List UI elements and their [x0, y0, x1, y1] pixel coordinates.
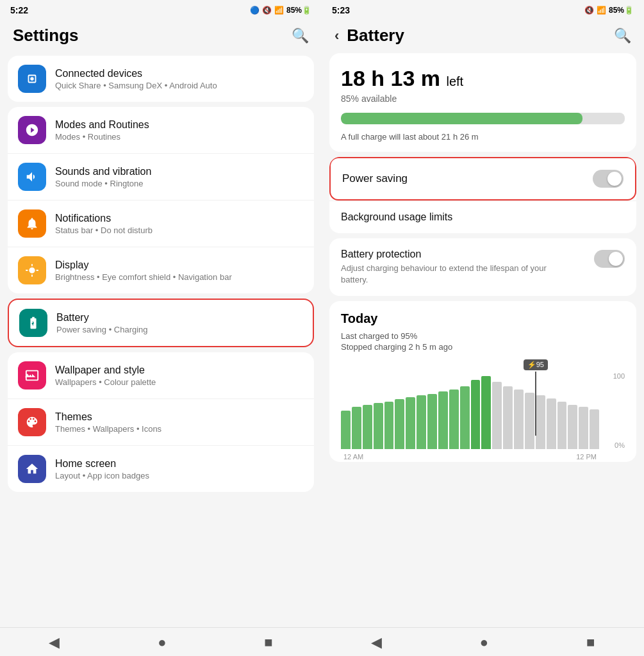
recents-nav-btn[interactable]: ■	[251, 632, 285, 653]
bar-gray-8	[568, 405, 577, 450]
connected-devices-subtitle: Quick Share • Samsung DeX • Android Auto	[55, 81, 304, 90]
bg-usage-row[interactable]: Background usage limits	[329, 201, 636, 233]
back-nav-btn[interactable]: ◀	[36, 632, 72, 653]
bluetooth-icon: 🔵	[250, 6, 260, 15]
settings-header: Settings 🔍	[0, 18, 322, 53]
right-status-icons: 🔇 📶 85%🔋	[584, 6, 634, 15]
right-status-bar: 5:23 🔇 📶 85%🔋	[322, 0, 644, 18]
sounds-title: Sounds and vibration	[55, 166, 304, 177]
home-screen-icon	[18, 455, 46, 483]
connected-devices-icon	[18, 65, 46, 93]
bg-usage-label: Background usage limits	[341, 211, 452, 222]
battery-time-unit: left	[446, 74, 463, 88]
left-status-bar: 5:22 🔵 🔇 📶 85%🔋	[0, 0, 322, 18]
battery-search-icon[interactable]: 🔍	[614, 28, 631, 44]
battery-protection-sub: Adjust charging behaviour to extend the …	[341, 263, 559, 286]
notifications-title: Notifications	[55, 213, 304, 224]
home-nav-btn[interactable]: ●	[145, 632, 179, 653]
display-subtitle: Brightness • Eye comfort shield • Naviga…	[55, 272, 304, 282]
settings-item-connected-devices[interactable]: Connected devices Quick Share • Samsung …	[8, 56, 314, 102]
left-nav-icons: ◀ ● ■	[0, 632, 322, 653]
settings-item-battery[interactable]: Battery Power saving • Charging	[9, 300, 313, 346]
left-status-icons: 🔵 🔇 📶 85%🔋	[250, 6, 311, 15]
settings-group-2: Modes and Routines Modes • Routines Soun…	[8, 107, 314, 293]
themes-icon	[18, 408, 46, 436]
settings-item-themes[interactable]: Themes Themes • Wallpapers • Icons	[8, 399, 314, 446]
battery-protection-title: Battery protection	[341, 249, 559, 260]
battery-protection-card: Battery protection Adjust charging behav…	[329, 238, 636, 296]
battery-time-value: 18 h 13 m	[341, 66, 440, 90]
notifications-text: Notifications Status bar • Do not distur…	[55, 213, 304, 235]
settings-item-modes-routines[interactable]: Modes and Routines Modes • Routines	[8, 107, 314, 154]
battery-text: Battery Power saving • Charging	[56, 312, 302, 334]
battery-content: 18 h 13 m left 85% available A full char…	[322, 53, 644, 627]
sounds-subtitle: Sound mode • Ringtone	[55, 179, 304, 188]
today-sub1: Last charged to 95%	[341, 331, 625, 341]
battery-chart: 100 0% 12 AM 12 PM ⚡95	[341, 359, 625, 462]
battery-item-subtitle: Power saving • Charging	[56, 325, 302, 334]
settings-group-battery: Battery Power saving • Charging	[8, 299, 314, 347]
chart-x-labels: 12 AM 12 PM	[341, 453, 599, 461]
right-mute-icon: 🔇	[584, 6, 594, 15]
settings-group-4: Wallpaper and style Wallpapers • Colour …	[8, 352, 314, 492]
bar-7	[406, 397, 415, 450]
home-screen-subtitle: Layout • App icon badges	[55, 471, 304, 480]
settings-item-notifications[interactable]: Notifications Status bar • Do not distur…	[8, 201, 314, 247]
modes-routines-title: Modes and Routines	[55, 119, 304, 131]
battery-options-card: Power saving Background usage limits	[329, 157, 636, 233]
left-status-time: 5:22	[10, 5, 28, 15]
right-bottom-nav: ◀ ● ■	[322, 627, 644, 656]
wallpaper-title: Wallpaper and style	[55, 365, 304, 376]
battery-bar-fill	[341, 113, 582, 124]
sounds-icon	[18, 163, 46, 191]
display-text: Display Brightness • Eye comfort shield …	[55, 259, 304, 282]
battery-header: ‹ Battery 🔍	[322, 18, 644, 53]
connected-devices-text: Connected devices Quick Share • Samsung …	[55, 68, 304, 90]
bar-1	[341, 411, 351, 449]
bar-11	[449, 390, 459, 450]
bar-gray-2	[503, 386, 513, 449]
y-label-bottom: 0%	[615, 441, 625, 449]
power-saving-row[interactable]: Power saving	[329, 157, 636, 201]
right-recents-nav-btn[interactable]: ■	[574, 632, 607, 653]
battery-time-card: 18 h 13 m left 85% available A full char…	[329, 53, 636, 152]
bar-peak	[471, 380, 481, 449]
bar-peak2	[481, 376, 491, 449]
power-saving-label: Power saving	[342, 172, 408, 185]
right-home-nav-btn[interactable]: ●	[467, 632, 501, 653]
themes-text: Themes Themes • Wallpapers • Icons	[55, 411, 304, 434]
today-sub2: Stopped charging 2 h 5 m ago	[341, 342, 625, 352]
chart-y-axis: 100 0%	[602, 372, 625, 462]
battery-protection-toggle[interactable]	[594, 250, 625, 268]
back-button[interactable]: ‹ Battery	[334, 26, 404, 45]
settings-item-wallpaper[interactable]: Wallpaper and style Wallpapers • Colour …	[8, 352, 314, 399]
mute-icon: 🔇	[262, 6, 272, 15]
right-phone-panel: 5:23 🔇 📶 85%🔋 ‹ Battery 🔍 18 h 13 m left…	[322, 0, 644, 656]
settings-item-home-screen[interactable]: Home screen Layout • App icon badges	[8, 446, 314, 492]
connected-devices-title: Connected devices	[55, 68, 304, 79]
toggle2-knob	[609, 252, 623, 266]
bar-gray-1	[492, 382, 502, 450]
bar-8	[417, 395, 426, 449]
settings-group-connected: Connected devices Quick Share • Samsung …	[8, 56, 314, 102]
settings-item-sounds[interactable]: Sounds and vibration Sound mode • Ringto…	[8, 154, 314, 201]
right-back-nav-btn[interactable]: ◀	[358, 632, 395, 653]
battery-protection-text: Battery protection Adjust charging behav…	[341, 249, 559, 286]
bar-gray-7	[557, 402, 567, 449]
home-screen-text: Home screen Layout • App icon badges	[55, 458, 304, 480]
battery-protection-row: Battery protection Adjust charging behav…	[341, 249, 625, 286]
settings-item-display[interactable]: Display Brightness • Eye comfort shield …	[8, 247, 314, 293]
modes-routines-icon	[18, 116, 46, 144]
settings-search-icon[interactable]: 🔍	[292, 28, 309, 44]
wallpaper-icon	[18, 361, 46, 390]
battery-icon-status: 85%🔋	[286, 6, 311, 15]
bar-5	[384, 402, 394, 449]
battery-bar-background	[341, 113, 625, 124]
charge-line	[535, 372, 536, 436]
charge-marker: ⚡95	[524, 359, 548, 436]
today-card: Today Last charged to 95% Stopped chargi…	[329, 301, 636, 462]
bar-gray-10	[590, 409, 599, 449]
bar-12	[460, 386, 470, 449]
modes-routines-subtitle: Modes • Routines	[55, 132, 304, 142]
power-saving-toggle[interactable]	[593, 170, 623, 188]
